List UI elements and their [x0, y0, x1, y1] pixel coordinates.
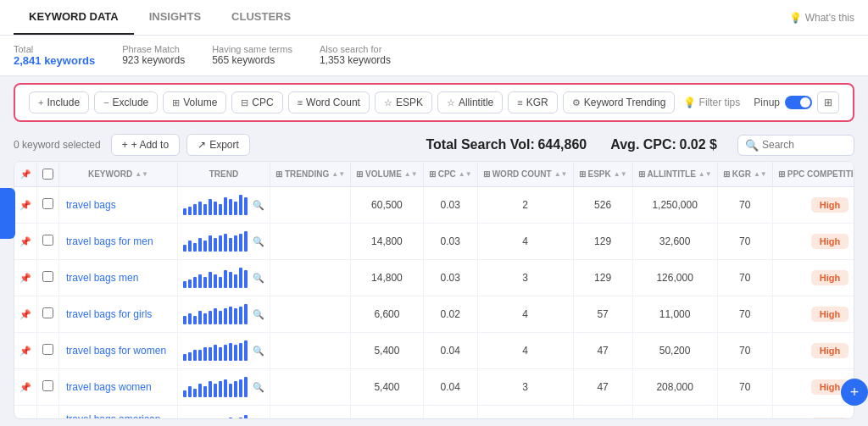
row-volume: 5,400: [351, 369, 424, 406]
star-icon: ☆: [384, 97, 392, 108]
pinup-section: Pinup: [754, 96, 812, 109]
search-input[interactable]: [762, 139, 847, 151]
summary-phrase-match[interactable]: Phrase Match 923 keywords: [122, 44, 185, 67]
row-checkbox[interactable]: [42, 235, 53, 246]
table-row: 📌 travel bags for men 🔍 14,800 0.03 4 12…: [14, 224, 854, 260]
row-volume: 4,400: [351, 406, 424, 420]
tab-clusters[interactable]: CLUSTERS: [216, 0, 306, 35]
row-trending: [270, 260, 351, 296]
bulb-icon: 💡: [789, 12, 802, 24]
row-checkbox-cell[interactable]: [37, 406, 59, 420]
filter-exclude-btn[interactable]: − Exclude: [94, 91, 158, 113]
row-cpc: 0.03: [423, 260, 477, 296]
col-header-trending[interactable]: ⊞ TRENDING ▲▼: [270, 162, 351, 187]
row-checkbox-cell[interactable]: [37, 369, 59, 406]
row-trending: [270, 224, 351, 260]
pinup-toggle[interactable]: [785, 96, 812, 109]
col-header-wordcount[interactable]: ⊞ WORD COUNT ▲▼: [477, 162, 573, 187]
row-cpc: 0.04: [423, 333, 477, 369]
table-row: 📌 travel bags american tourister 🔍 4,400…: [14, 406, 854, 420]
row-keyword[interactable]: travel bags: [59, 187, 178, 224]
add-fab-button[interactable]: +: [841, 379, 868, 406]
summary-total[interactable]: Total 2,841 keywords: [14, 44, 95, 67]
row-keyword[interactable]: travel bags men: [59, 260, 178, 296]
row-checkbox[interactable]: [42, 418, 53, 419]
row-wordcount: 2: [477, 187, 573, 224]
row-keyword[interactable]: travel bags american tourister: [59, 406, 178, 420]
col-header-allintitle[interactable]: ⊞ ALLINTITLE ▲▼: [632, 162, 717, 187]
espk-filter-icon: ⊞: [579, 169, 586, 179]
filter-cpc-btn[interactable]: ⊟ CPC: [231, 91, 282, 113]
row-checkbox-cell[interactable]: [37, 296, 59, 333]
row-checkbox-cell[interactable]: [37, 333, 59, 369]
col-header-espk[interactable]: ⊞ ESPK ▲▼: [573, 162, 632, 187]
add-to-btn[interactable]: + + Add to: [111, 134, 180, 156]
row-checkbox-cell[interactable]: [37, 260, 59, 296]
search-box[interactable]: 🔍: [737, 135, 854, 156]
row-wordcount: 4: [477, 333, 573, 369]
col-header-check[interactable]: [37, 162, 59, 187]
col-header-volume[interactable]: ⊞ VOLUME ▲▼: [351, 162, 424, 187]
row-espk: 129: [573, 260, 632, 296]
filter-kgr-btn[interactable]: ≡ KGR: [508, 91, 557, 113]
row-keyword[interactable]: travel bags for men: [59, 224, 178, 260]
col-header-pin[interactable]: 📌: [14, 162, 37, 187]
row-kgr: 70: [717, 260, 772, 296]
row-pin: 📌: [14, 260, 37, 296]
filter-volume-btn[interactable]: ⊞ Volume: [163, 91, 226, 113]
col-header-ppc[interactable]: ⊞ PPC COMPETITION ▲▼: [772, 162, 854, 187]
row-checkbox[interactable]: [42, 271, 53, 282]
table-row: 📌 travel bags for girls 🔍 6,600 0.02 4 5…: [14, 296, 854, 333]
tab-insights[interactable]: INSIGHTS: [134, 0, 216, 35]
row-pin: 📌: [14, 296, 37, 333]
filter-tips-btn[interactable]: 💡 Filter tips: [683, 97, 741, 108]
trend-search-icon[interactable]: 🔍: [253, 273, 264, 284]
col-header-cpc[interactable]: ⊞ CPC ▲▼: [423, 162, 477, 187]
select-all-checkbox[interactable]: [42, 169, 53, 180]
tab-keyword-data[interactable]: KEYWORD DATA: [14, 0, 134, 35]
list-icon: ≡: [517, 97, 522, 108]
row-trending: [270, 406, 351, 420]
row-trending: [270, 187, 351, 224]
ppc-filter-icon: ⊞: [778, 169, 785, 179]
row-trend: 🔍: [178, 187, 270, 224]
filter-include-btn[interactable]: + Include: [29, 91, 89, 113]
col-header-trend[interactable]: TREND: [178, 162, 270, 187]
filter-espk-btn[interactable]: ☆ ESPK: [375, 91, 432, 113]
row-trend: 🔍: [178, 406, 270, 420]
row-trend: 🔍: [178, 369, 270, 406]
row-keyword[interactable]: travel bags for women: [59, 333, 178, 369]
action-row: 0 keyword selected + + Add to ↗ Export T…: [0, 129, 868, 161]
row-checkbox-cell[interactable]: [37, 224, 59, 260]
row-kgr: 70: [717, 187, 772, 224]
row-checkbox[interactable]: [42, 344, 53, 355]
grid-view-btn[interactable]: ⊞: [817, 91, 839, 113]
row-checkbox[interactable]: [42, 380, 53, 391]
trend-search-icon[interactable]: 🔍: [253, 200, 264, 211]
row-checkbox[interactable]: [42, 198, 53, 209]
filter-keyword-trending-btn[interactable]: ⚙ Keyword Trending: [563, 91, 676, 113]
trend-search-icon[interactable]: 🔍: [253, 346, 264, 357]
row-keyword[interactable]: travel bags women: [59, 369, 178, 406]
export-btn[interactable]: ↗ Export: [186, 134, 250, 156]
filter-wordcount-btn[interactable]: ≡ Word Count: [288, 91, 370, 113]
col-header-keyword[interactable]: KEYWORD ▲▼: [59, 162, 178, 187]
keyword-sort-icon: ▲▼: [135, 170, 148, 178]
left-fab[interactable]: [0, 188, 15, 239]
trend-search-icon[interactable]: 🔍: [253, 309, 264, 320]
row-ppc: High: [772, 406, 854, 420]
row-ppc: High: [772, 187, 854, 224]
tab-whats-this[interactable]: 💡 What's this: [789, 12, 854, 24]
summary-also-search-for[interactable]: Also search for 1,353 keywords: [320, 44, 391, 67]
filter-allintitle-btn[interactable]: ☆ Allintitle: [437, 91, 503, 113]
col-header-kgr[interactable]: ⊞ KGR ▲▼: [717, 162, 772, 187]
row-checkbox[interactable]: [42, 307, 53, 318]
row-checkbox-cell[interactable]: [37, 187, 59, 224]
trend-search-icon[interactable]: 🔍: [253, 382, 264, 393]
export-icon: ↗: [198, 139, 206, 151]
row-volume: 14,800: [351, 260, 424, 296]
table-header-row: 📌 KEYWORD ▲▼ TREND: [14, 162, 854, 187]
summary-having-same-terms[interactable]: Having same terms 565 keywords: [212, 44, 292, 67]
trend-search-icon[interactable]: 🔍: [253, 236, 264, 247]
row-keyword[interactable]: travel bags for girls: [59, 296, 178, 333]
